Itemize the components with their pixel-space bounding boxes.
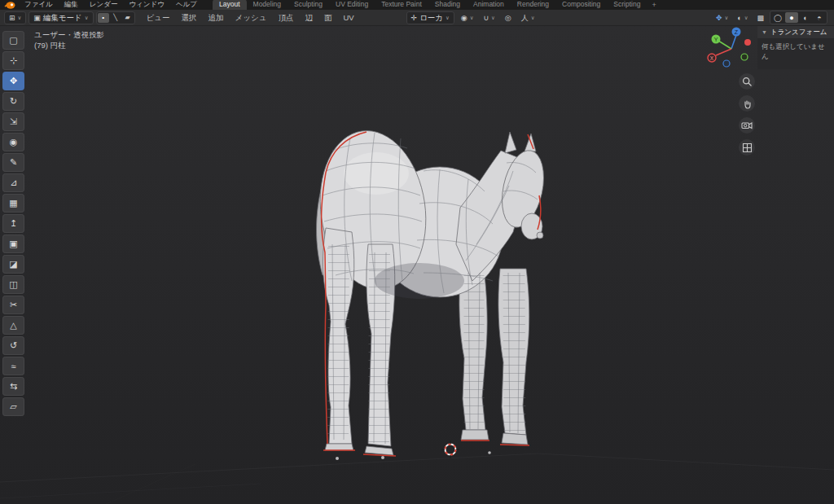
viewport-menu-uv[interactable]: UV <box>337 12 359 24</box>
tool-move[interactable]: ✥ <box>2 72 24 90</box>
topbar-menus: ファイル編集レンダーウィンドウヘルプ <box>19 0 203 10</box>
tool-icon: ⇲ <box>10 116 17 127</box>
menu-label: メッシュ <box>235 13 267 22</box>
active-object-name: (79) 円柱 <box>34 40 104 50</box>
tool-smooth[interactable]: ≈ <box>2 357 24 375</box>
menu-label: ヘルプ <box>176 0 197 8</box>
tab-label: UV Editing <box>336 0 368 8</box>
tool-loop-cut[interactable]: ◫ <box>2 275 24 294</box>
transform-orientation-dropdown[interactable]: ✛ ローカ ∨ <box>406 11 454 24</box>
proportional-falloff-dropdown[interactable]: 人 ∨ <box>518 12 538 24</box>
viewport-header: ⊞ ∨ ▣ 編集モード ∨ • ╲ ▰ ビュー選択追加メッシュ頂点辺面UV ✛ … <box>0 10 834 26</box>
axis-y-neg-ball[interactable] <box>741 54 748 60</box>
tab-modeling[interactable]: Modeling <box>247 0 288 10</box>
viewport-info: ユーザー・透視投影 (79) 円柱 <box>34 29 104 50</box>
tab-shading[interactable]: Shading <box>428 0 467 10</box>
viewport-menu-view[interactable]: ビュー <box>141 12 176 24</box>
tool-annotate[interactable]: ✎ <box>2 153 24 172</box>
proportional-edit-toggle[interactable]: ◎ <box>502 12 515 24</box>
tool-cursor[interactable]: ⊹ <box>2 51 24 70</box>
tool-inset-faces[interactable]: ▣ <box>2 234 24 253</box>
tool-edge-slide[interactable]: ⇆ <box>2 377 24 396</box>
grid-icon <box>742 142 753 153</box>
shading-wireframe-button[interactable]: ◯ <box>771 12 784 23</box>
menu-label: 選択 <box>182 13 197 22</box>
viewport-menu-add[interactable]: 追加 <box>203 12 230 24</box>
menu-file[interactable]: ファイル <box>19 0 59 10</box>
tab-scripting[interactable]: Scripting <box>607 0 647 10</box>
pivot-point-dropdown[interactable]: ◉ ∨ <box>458 12 477 24</box>
tool-icon: ▣ <box>9 239 17 249</box>
gizmo-icon: ✥ <box>716 13 722 23</box>
tool-transform[interactable]: ◉ <box>2 133 24 151</box>
shading-material-button[interactable]: ◐ <box>799 12 812 23</box>
tab-label: Layout <box>219 0 240 8</box>
show-overlays-dropdown[interactable]: ◐ ∨ <box>734 12 751 24</box>
tool-rotate[interactable]: ↻ <box>2 92 24 111</box>
transform-panel-header[interactable]: ▼ トランスフォーム <box>757 26 834 38</box>
tool-shear[interactable]: ▱ <box>2 397 24 416</box>
tool-icon: ▱ <box>10 401 16 412</box>
viewport-menu-select[interactable]: 選択 <box>176 12 203 24</box>
menu-render[interactable]: レンダー <box>84 0 124 10</box>
tool-knife[interactable]: ✂ <box>2 296 24 314</box>
pan-button[interactable] <box>739 95 755 112</box>
menu-edit[interactable]: 編集 <box>59 0 84 10</box>
tab-label: Texture Paint <box>381 0 422 8</box>
tab-texture-paint[interactable]: Texture Paint <box>375 0 428 10</box>
blender-logo-icon[interactable] <box>4 1 16 10</box>
tab-label: Scripting <box>613 0 640 8</box>
tool-icon: ✎ <box>10 157 17 168</box>
navigation-gizmo[interactable]: Z Y X <box>694 24 762 75</box>
menu-label: 追加 <box>208 13 224 22</box>
mode-selector[interactable]: ▣ 編集モード ∨ <box>29 11 93 24</box>
axis-y-label: Y <box>714 37 718 42</box>
tab-rendering[interactable]: Rendering <box>511 0 555 10</box>
tab-sculpting[interactable]: Sculpting <box>288 0 329 10</box>
tab-layout[interactable]: Layout <box>213 0 247 10</box>
chevron-down-icon: ∨ <box>531 13 535 23</box>
tool-icon: ◪ <box>9 259 17 270</box>
face-select-button[interactable]: ▰ <box>122 13 134 23</box>
vertex-select-button[interactable]: • <box>98 13 109 23</box>
viewport-menu-vertex[interactable]: 頂点 <box>272 12 299 24</box>
shading-rendered-button[interactable]: ◓ <box>813 12 826 23</box>
tool-icon: ≈ <box>11 362 15 371</box>
editor-type-button[interactable]: ⊞ ∨ <box>4 11 26 24</box>
axis-x-neg-ball[interactable] <box>744 39 751 46</box>
shading-solid-button[interactable]: ● <box>785 12 798 23</box>
show-gizmos-dropdown[interactable]: ✥ ∨ <box>713 12 731 24</box>
tool-poly-build[interactable]: △ <box>2 316 24 335</box>
viewport-menu-mesh[interactable]: メッシュ <box>230 12 273 24</box>
edge-select-button[interactable]: ╲ <box>110 13 121 23</box>
tool-extrude-region[interactable]: ↥ <box>2 214 24 233</box>
xray-toggle[interactable]: ▩ <box>753 12 767 24</box>
orthographic-toggle-button[interactable] <box>739 139 755 156</box>
tool-add-cube[interactable]: ▦ <box>2 194 24 213</box>
zoom-button[interactable] <box>739 73 755 90</box>
orientation-icon: ✛ <box>411 13 418 23</box>
menu-help[interactable]: ヘルプ <box>170 0 203 10</box>
viewport-nav-buttons <box>739 73 755 156</box>
viewport-menu-edge[interactable]: 辺 <box>299 12 318 24</box>
viewport-menu-face[interactable]: 面 <box>318 12 338 24</box>
chevron-down-icon: ∨ <box>446 13 450 23</box>
tool-icon: ⊹ <box>10 55 17 66</box>
tab-uv-editing[interactable]: UV Editing <box>329 0 375 10</box>
tool-spin[interactable]: ↺ <box>2 336 24 355</box>
add-workspace-button[interactable]: + <box>647 0 661 10</box>
menu-window[interactable]: ウィンドウ <box>123 0 170 10</box>
tab-animation[interactable]: Animation <box>467 0 511 10</box>
tool-measure[interactable]: ⊿ <box>2 173 24 192</box>
tool-select-box[interactable]: ▢ <box>2 31 24 50</box>
axis-z-neg-ball[interactable] <box>723 60 730 67</box>
camera-icon <box>741 121 753 130</box>
tool-bevel[interactable]: ◪ <box>2 255 24 274</box>
empty-selection-message: 何も選択していません <box>762 42 825 60</box>
tool-scale[interactable]: ⇲ <box>2 112 24 131</box>
snap-toggle[interactable]: ∪ ∨ <box>480 12 498 24</box>
tab-compositing[interactable]: Compositing <box>555 0 607 10</box>
menu-label: ファイル <box>24 0 53 8</box>
camera-view-button[interactable] <box>739 117 755 134</box>
tool-icon: ▦ <box>9 198 17 208</box>
